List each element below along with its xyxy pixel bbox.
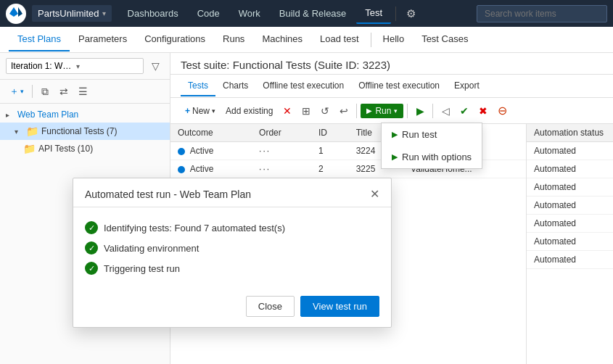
search-input[interactable] xyxy=(477,5,607,22)
tree-item-functional-tests[interactable]: ▾ 📁 Functional Tests (7) xyxy=(0,123,170,140)
toolbar-sep2 xyxy=(407,104,408,118)
org-selector[interactable]: PartsUnlimited ▾ xyxy=(32,5,112,22)
filter-button[interactable]: ▽ xyxy=(147,57,164,75)
nav-divider xyxy=(395,7,396,21)
move-icon[interactable]: ⇄ xyxy=(56,83,72,99)
plus-icon: ＋ xyxy=(9,85,19,98)
nav-build-release[interactable]: Build & Release xyxy=(271,4,355,23)
tab-test-cases[interactable]: Test Cases xyxy=(413,28,477,51)
settings-icon[interactable]: ⚙ xyxy=(400,3,421,25)
tree-root-label: Web Team Plan xyxy=(17,109,78,120)
content-tab-charts[interactable]: Charts xyxy=(215,76,255,96)
status-dot-1 xyxy=(178,148,185,155)
cell-dots-2[interactable]: ··· xyxy=(252,160,311,178)
add-button[interactable]: ＋ ▾ xyxy=(6,83,28,100)
modal-item-label-2: Triggering test run xyxy=(104,263,180,274)
content-tab-tests[interactable]: Tests xyxy=(181,76,215,96)
copy-icon[interactable]: ⧉ xyxy=(37,83,53,99)
content-tabs: Tests Charts Offline test execution Offl… xyxy=(170,75,613,98)
modal-footer: Close View test run xyxy=(73,289,391,327)
modal-close-button[interactable]: ✕ xyxy=(370,187,379,201)
automation-row-5: Automated xyxy=(527,233,613,251)
refresh-icon[interactable]: ↺ xyxy=(316,102,334,120)
content-tab-offline2[interactable]: Offline test execution xyxy=(351,76,447,96)
tree-item-api-tests[interactable]: 📁 API Tests (10) xyxy=(0,140,170,157)
add-existing-label: Add existing xyxy=(226,106,273,116)
column-options-icon[interactable]: ⊞ xyxy=(297,102,315,120)
undo-icon[interactable]: ↩ xyxy=(335,102,353,120)
sidebar-header: Iteration 1: Web Team Plan ... ▾ ▽ xyxy=(0,53,170,80)
add-existing-button[interactable]: Add existing xyxy=(221,104,277,118)
tree-label-api: API Tests (10) xyxy=(38,144,93,154)
sub-nav: Test Plans Parameters Configurations Run… xyxy=(0,27,613,53)
delete-icon[interactable]: ✕ xyxy=(279,102,296,120)
nav-dashboards[interactable]: Dashboards xyxy=(119,4,187,23)
block-icon[interactable]: ⊖ xyxy=(493,102,511,120)
iteration-chevron-icon: ▾ xyxy=(76,62,139,70)
tab-test-plans[interactable]: Test Plans xyxy=(9,28,70,51)
modal-item-label-0: Identifying tests: Found 7 automated tes… xyxy=(104,223,285,233)
run-dropdown-menu: ▶ Run test ▶ Run with options xyxy=(381,123,482,169)
check-icon-2: ✓ xyxy=(85,262,98,275)
iteration-selector[interactable]: Iteration 1: Web Team Plan ... ▾ xyxy=(6,58,144,74)
close-button[interactable]: Close xyxy=(246,296,295,317)
tab-configurations[interactable]: Configurations xyxy=(136,28,214,51)
close-red-icon[interactable]: ✖ xyxy=(474,102,492,120)
automation-row-4: Automated xyxy=(527,215,613,233)
expand-icon[interactable]: ☰ xyxy=(75,83,91,99)
status-dot-2 xyxy=(178,166,185,173)
col-order: Order xyxy=(252,124,311,142)
add-chevron-icon: ▾ xyxy=(20,88,24,95)
run-chevron-icon: ▾ xyxy=(394,107,398,115)
col-outcome: Outcome xyxy=(170,124,252,142)
run-green-icon[interactable]: ▶ xyxy=(411,102,429,120)
cell-order-2: 2 xyxy=(311,160,349,178)
modal-item-2: ✓ Triggering test run xyxy=(85,258,379,278)
check-green-icon[interactable]: ✔ xyxy=(456,102,473,120)
tab-hello[interactable]: Hello xyxy=(374,28,414,51)
run-button[interactable]: ▶ Run ▾ xyxy=(361,104,403,118)
content-tab-offline1[interactable]: Offline test execution xyxy=(255,76,351,96)
run-test-label: Run test xyxy=(402,129,437,140)
tab-machines[interactable]: Machines xyxy=(253,28,311,51)
automation-row-3: Automated xyxy=(527,197,613,215)
toolbar-separator xyxy=(32,85,33,98)
content-tab-export[interactable]: Export xyxy=(447,76,487,96)
suite-title: Test suite: Functional Tests (Suite ID: … xyxy=(170,53,613,75)
cell-outcome-1: Active xyxy=(170,142,252,160)
run-test-item[interactable]: ▶ Run test xyxy=(382,123,482,146)
automation-row-6: Automated xyxy=(527,251,613,269)
toolbar-sep3 xyxy=(432,104,433,118)
nav-work[interactable]: Work xyxy=(230,4,269,23)
new-plus-icon: + xyxy=(185,106,190,116)
view-test-run-button[interactable]: View test run xyxy=(300,296,379,317)
modal-item-0: ✓ Identifying tests: Found 7 automated t… xyxy=(85,218,379,238)
tab-parameters[interactable]: Parameters xyxy=(70,28,136,51)
new-chevron-icon: ▾ xyxy=(212,107,215,115)
nav-code[interactable]: Code xyxy=(189,4,229,23)
new-button[interactable]: + New ▾ xyxy=(181,104,220,118)
org-chevron-icon: ▾ xyxy=(102,9,106,17)
modal-item-1: ✓ Validating environment xyxy=(85,238,379,258)
run-with-options-item[interactable]: ▶ Run with options xyxy=(382,146,482,168)
automation-sidebar: Automation status Automated Automated Au… xyxy=(526,124,613,364)
tab-runs[interactable]: Runs xyxy=(214,28,253,51)
iteration-label: Iteration 1: Web Team Plan ... xyxy=(11,61,73,71)
tree-arrow-functional: ▾ xyxy=(15,128,23,136)
automation-row-1: Automated xyxy=(527,160,613,178)
tree-label-functional: Functional Tests (7) xyxy=(41,126,118,136)
col-id: ID xyxy=(311,124,349,142)
tab-load-test[interactable]: Load test xyxy=(311,28,368,51)
modal-item-label-1: Validating environment xyxy=(104,243,199,254)
cell-dots-1[interactable]: ··· xyxy=(252,142,311,160)
new-label: New xyxy=(192,106,210,116)
modal-body: ✓ Identifying tests: Found 7 automated t… xyxy=(73,207,391,289)
folder-icon-functional: 📁 xyxy=(26,125,38,137)
nav-links: Dashboards Code Work Build & Release Tes… xyxy=(119,3,477,25)
automation-row-0: Automated xyxy=(527,142,613,160)
back-icon[interactable]: ◁ xyxy=(437,102,454,120)
modal-dialog: Automated test run - Web Team Plan ✕ ✓ I… xyxy=(73,178,392,328)
cell-outcome-2: Active xyxy=(170,160,252,178)
nav-test[interactable]: Test xyxy=(356,3,391,24)
tree-root: ▸ Web Team Plan xyxy=(0,107,170,123)
